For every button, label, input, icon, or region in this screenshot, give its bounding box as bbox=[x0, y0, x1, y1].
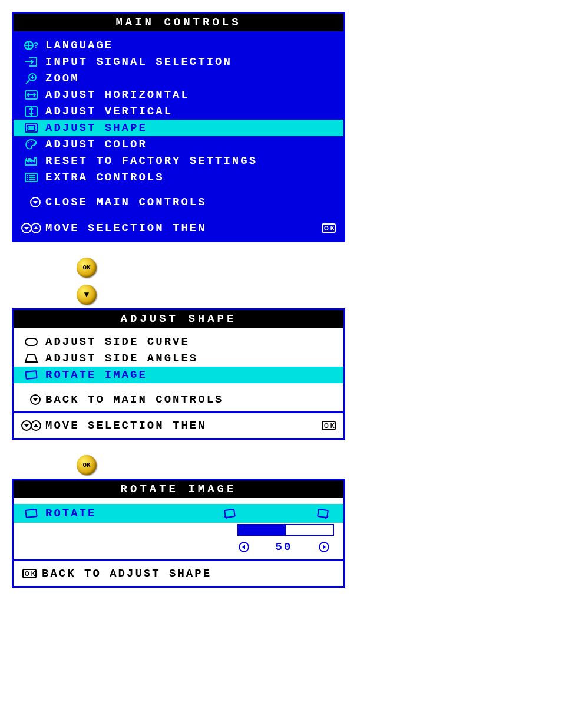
menu-item-label: ADJUST COLOR bbox=[42, 138, 336, 151]
rotate-value-row: 50 bbox=[14, 541, 343, 559]
globe-question-icon: ? bbox=[21, 39, 42, 52]
main-controls-panel: MAIN CONTROLS ? LANGUAGE INPUT SIGNAL SE… bbox=[12, 12, 345, 242]
menu-item-reset-factory[interactable]: RESET TO FACTORY SETTINGS bbox=[14, 153, 343, 169]
knob-label: ▼ bbox=[84, 290, 89, 299]
rotate-slider-fill bbox=[239, 525, 286, 535]
down-circle-icon bbox=[21, 196, 42, 209]
menu-item-label: LANGUAGE bbox=[42, 39, 336, 52]
menu-item-adjust-color[interactable]: ADJUST COLOR bbox=[14, 136, 343, 153]
menu-item-adjust-shape[interactable]: ADJUST SHAPE bbox=[14, 120, 343, 136]
main-controls-title: MAIN CONTROLS bbox=[14, 14, 343, 31]
rotate-slider[interactable] bbox=[237, 524, 334, 536]
list-box-icon bbox=[21, 171, 42, 184]
ok-knob-button[interactable]: OK bbox=[77, 258, 97, 278]
rotate-image-footer: OK BACK TO ADJUST SHAPE bbox=[14, 559, 343, 586]
rotate-value: 50 bbox=[252, 541, 316, 554]
menu-item-zoom[interactable]: ZOOM bbox=[14, 70, 343, 87]
svg-rect-15 bbox=[25, 338, 37, 345]
menu-item-label: ROTATE IMAGE bbox=[42, 368, 336, 381]
magnifier-plus-icon bbox=[21, 72, 42, 85]
menu-item-side-curve[interactable]: ADJUST SIDE CURVE bbox=[14, 334, 343, 350]
right-circle-icon[interactable] bbox=[316, 541, 332, 554]
tilt-box-icon bbox=[21, 507, 42, 520]
svg-point-7 bbox=[31, 141, 32, 142]
main-controls-footer: MOVE SELECTION THEN OK bbox=[14, 214, 343, 241]
adjust-shape-menu: ADJUST SIDE CURVE ADJUST SIDE ANGLES ROT… bbox=[14, 328, 343, 411]
factory-icon bbox=[21, 154, 42, 167]
ok-knob-button[interactable]: OK bbox=[77, 455, 97, 475]
menu-item-label: ADJUST SIDE ANGLES bbox=[42, 352, 336, 365]
rotate-ccw-icon bbox=[222, 507, 237, 520]
ok-box-icon: OK bbox=[321, 420, 336, 431]
up-down-circles-icon bbox=[21, 222, 42, 235]
svg-rect-16 bbox=[25, 371, 37, 379]
rotate-slider-row bbox=[14, 523, 343, 541]
menu-item-input-signal[interactable]: INPUT SIGNAL SELECTION bbox=[14, 54, 343, 70]
tilt-box-icon bbox=[21, 368, 42, 381]
menu-item-label: BACK TO MAIN CONTROLS bbox=[42, 393, 336, 406]
knob-down-row: ▼ bbox=[12, 281, 562, 308]
menu-item-adjust-vertical[interactable]: ADJUST VERTICAL bbox=[14, 103, 343, 120]
rotate-item-label: ROTATE bbox=[42, 507, 199, 520]
menu-item-label: ZOOM bbox=[42, 72, 336, 85]
menu-item-close[interactable]: CLOSE MAIN CONTROLS bbox=[14, 194, 343, 210]
adjust-shape-footer: MOVE SELECTION THEN OK bbox=[14, 411, 343, 438]
down-circle-icon bbox=[21, 393, 42, 406]
oval-icon bbox=[21, 335, 42, 348]
menu-item-label: CLOSE MAIN CONTROLS bbox=[42, 196, 336, 209]
rotate-item[interactable]: ROTATE bbox=[14, 504, 343, 523]
menu-item-label: ADJUST HORIZONTAL bbox=[42, 88, 336, 101]
footer-label: MOVE SELECTION THEN bbox=[42, 222, 321, 235]
rotate-image-body: ROTATE 50 bbox=[14, 498, 343, 559]
menu-item-label: INPUT SIGNAL SELECTION bbox=[42, 55, 336, 68]
rotate-image-title: ROTATE IMAGE bbox=[14, 480, 343, 498]
left-circle-icon[interactable] bbox=[236, 541, 252, 554]
svg-text:OK: OK bbox=[324, 225, 336, 232]
down-knob-button[interactable]: ▼ bbox=[77, 285, 97, 305]
svg-rect-23 bbox=[224, 509, 235, 518]
footer-label: MOVE SELECTION THEN bbox=[42, 419, 321, 432]
knob-label: OK bbox=[82, 462, 90, 469]
svg-text:OK: OK bbox=[25, 571, 37, 577]
menu-item-adjust-horizontal[interactable]: ADJUST HORIZONTAL bbox=[14, 87, 343, 103]
menu-item-rotate-image[interactable]: ROTATE IMAGE bbox=[14, 367, 343, 383]
arrows-h-box-icon bbox=[21, 88, 42, 101]
ok-box-icon: OK bbox=[321, 222, 336, 234]
menu-item-side-angles[interactable]: ADJUST SIDE ANGLES bbox=[14, 350, 343, 367]
knob-ok-row: OK bbox=[12, 254, 562, 281]
up-down-circles-icon bbox=[21, 419, 42, 432]
footer-label: BACK TO ADJUST SHAPE bbox=[38, 567, 336, 580]
menu-item-back-main[interactable]: BACK TO MAIN CONTROLS bbox=[14, 391, 343, 408]
knob-ok-row-2: OK bbox=[12, 452, 562, 479]
input-arrow-icon bbox=[21, 55, 42, 68]
rotate-cw-icon bbox=[315, 507, 330, 520]
svg-rect-22 bbox=[25, 509, 37, 518]
svg-rect-24 bbox=[318, 509, 328, 518]
menu-item-label: RESET TO FACTORY SETTINGS bbox=[42, 154, 336, 167]
adjust-shape-panel: ADJUST SHAPE ADJUST SIDE CURVE ADJUST SI… bbox=[12, 308, 345, 440]
ok-box-icon: OK bbox=[21, 568, 38, 579]
menu-item-label: ADJUST SIDE CURVE bbox=[42, 335, 336, 348]
main-controls-menu: ? LANGUAGE INPUT SIGNAL SELECTION ZOOM A… bbox=[14, 31, 343, 214]
menu-item-language[interactable]: ? LANGUAGE bbox=[14, 37, 343, 54]
svg-text:?: ? bbox=[34, 41, 39, 50]
adjust-shape-title: ADJUST SHAPE bbox=[14, 310, 343, 328]
trapezoid-icon bbox=[21, 352, 42, 365]
knob-label: OK bbox=[82, 264, 90, 271]
svg-text:OK: OK bbox=[324, 423, 336, 429]
menu-item-extra-controls[interactable]: EXTRA CONTROLS bbox=[14, 169, 343, 186]
menu-item-label: EXTRA CONTROLS bbox=[42, 171, 336, 184]
rotate-image-panel: ROTATE IMAGE ROTATE bbox=[12, 479, 345, 588]
svg-point-6 bbox=[28, 142, 29, 143]
menu-item-label: ADJUST VERTICAL bbox=[42, 105, 336, 118]
menu-item-label: ADJUST SHAPE bbox=[42, 121, 336, 134]
palette-icon bbox=[21, 138, 42, 151]
shape-box-icon bbox=[21, 121, 42, 134]
arrows-v-box-icon bbox=[21, 105, 42, 118]
svg-point-8 bbox=[34, 143, 35, 144]
